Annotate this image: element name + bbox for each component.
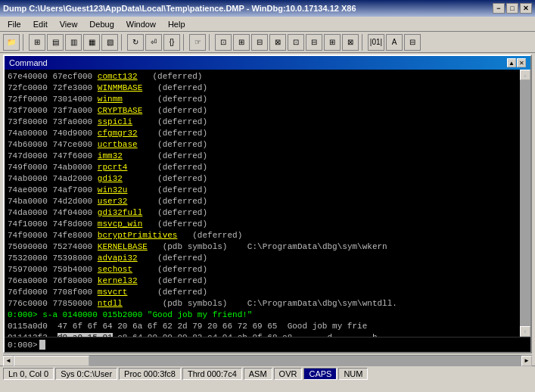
toolbar-sep-1 [23, 34, 26, 51]
title-text: Dump C:\Users\Guest123\AppData\Local\Tem… [3, 4, 356, 13]
hscroll-right-button[interactable]: ► [521, 356, 532, 366]
output-line: 74da0000 74f04000 gdi32full (deferred) [8, 207, 527, 219]
output-line: 73f80000 73fa0000 sspicli (deferred) [8, 117, 527, 128]
close-button[interactable]: ✕ [520, 3, 532, 14]
horizontal-scrollbar[interactable]: ◄ ► [3, 355, 532, 366]
output-line-addr1: 0115a0d0 47 6f 6f 64 20 6a 6f 62 2d 79 2… [8, 321, 527, 332]
toolbar-open[interactable]: 📁 [3, 34, 20, 51]
toolbar-btn-4[interactable]: ▦ [83, 34, 100, 51]
command-window: Command ▲ ✕ 67e40000 67ecf000 comct132 (… [3, 54, 532, 353]
output-line: 73f70000 73f7a000 CRYPTBASE (deferred) [8, 105, 527, 117]
hscroll-track[interactable] [14, 356, 521, 366]
vertical-scrollbar[interactable]: ▲ ▼ [520, 70, 530, 337]
status-ovr: OVR [274, 368, 303, 380]
toolbar-sep-5 [362, 34, 365, 51]
hscroll-thumb[interactable] [14, 356, 89, 366]
status-thrd: Thrd 000:7c4 [182, 368, 242, 380]
status-asm: ASM [244, 368, 272, 380]
status-proc: Proc 000:3fc8 [119, 368, 181, 380]
output-line: 74f10000 74f8d000 msvcp_win (deferred) [8, 219, 527, 230]
toolbar-btn-19[interactable]: ⊟ [404, 34, 421, 51]
toolbar-btn-14[interactable]: ⊡ [288, 34, 304, 51]
output-line: 75090000 75274000 KERNELBASE (pdb symbol… [8, 241, 527, 253]
command-title-icons: ▲ ✕ [507, 58, 526, 67]
scroll-track[interactable] [520, 80, 530, 326]
minimize-button[interactable]: − [493, 3, 505, 14]
status-ln: Ln 0, Col 0 [3, 368, 54, 380]
toolbar-btn-10[interactable]: ⊡ [215, 34, 232, 51]
status-sys: Sys 0:C:\User [55, 368, 117, 380]
toolbar-btn-13[interactable]: ⊠ [269, 34, 286, 51]
command-title-label: Command [9, 58, 48, 67]
output-area[interactable]: 67e40000 67ecf000 comct132 (deferred) 72… [5, 70, 530, 337]
output-line: 67e40000 67ecf000 comct132 (deferred) [8, 71, 527, 82]
toolbar-btn-11[interactable]: ⊞ [233, 34, 250, 51]
status-bar: Ln 0, Col 0 Sys 0:C:\User Proc 000:3fc8 … [0, 366, 535, 381]
output-line-cmd1: 0:000> s-a 0140000 015b2000 "Good job my… [8, 310, 527, 321]
scroll-down-button[interactable]: ▼ [520, 326, 530, 337]
output-line: 76fd0000 7708f000 msvcrt (deferred) [8, 287, 527, 298]
command-close-icon[interactable]: ✕ [517, 58, 526, 67]
toolbar: 📁 ⊞ ▤ ▥ ▦ ▧ ↻ ⏎ {} ☞ ⊡ ⊞ ⊟ ⊠ ⊡ ⊟ ⊞ ⊠ |01… [0, 32, 535, 53]
title-bar: Dump C:\Users\Guest123\AppData\Local\Tem… [0, 0, 535, 17]
output-lines: 67e40000 67ecf000 comct132 (deferred) 72… [8, 71, 527, 337]
command-maximize-icon[interactable]: ▲ [507, 58, 516, 67]
toolbar-sep-2 [121, 34, 124, 51]
toolbar-btn-17[interactable]: ⊠ [342, 34, 359, 51]
input-row: 0:000> [5, 337, 530, 352]
output-line: 74ab0000 74ad2000 gdi32 (deferred) [8, 173, 527, 185]
output-line: 72fc0000 72fe3000 WINMMBASE (deferred) [8, 82, 527, 94]
output-line: 76ea0000 76f80000 kernel32 (deferred) [8, 275, 527, 287]
toolbar-btn-16[interactable]: ⊞ [324, 34, 341, 51]
status-caps: CAPS [303, 368, 337, 380]
scroll-up-button[interactable]: ▲ [520, 70, 530, 80]
output-line-addr2: 011412f3 d0 a0 15 01 e8 64 00 00-00 83 c… [8, 332, 527, 337]
toolbar-btn-15[interactable]: ⊟ [306, 34, 322, 51]
output-line: 74ba0000 74d2d000 user32 (deferred) [8, 196, 527, 207]
toolbar-btn-12[interactable]: ⊟ [251, 34, 268, 51]
menu-bar: File Edit View Debug Window Help [0, 17, 535, 32]
toolbar-btn-8[interactable]: {} [163, 34, 180, 51]
menu-help[interactable]: Help [163, 18, 190, 30]
output-line: 749f0000 74ab0000 rpcrt4 (deferred) [8, 162, 527, 173]
output-line: 74f90000 74fe8000 bcryptPrimitives (defe… [8, 230, 527, 241]
toolbar-btn-1[interactable]: ⊞ [29, 34, 45, 51]
menu-view[interactable]: View [55, 18, 82, 30]
output-line: 74ae0000 74af7000 win32u (deferred) [8, 185, 527, 196]
toolbar-btn-7[interactable]: ⏎ [145, 34, 162, 51]
toolbar-sep-3 [183, 34, 186, 51]
menu-window[interactable]: Window [122, 18, 160, 30]
cursor [39, 340, 45, 350]
command-title-row: Command ▲ ✕ [5, 56, 530, 70]
input-prompt: 0:000> [8, 341, 38, 350]
output-line: 75320000 75398000 advapi32 (deferred) [8, 253, 527, 264]
menu-debug[interactable]: Debug [85, 18, 118, 30]
toolbar-btn-2[interactable]: ▤ [47, 34, 64, 51]
toolbar-font[interactable]: A [386, 34, 403, 51]
output-line: 776c0000 77850000 ntdll (pdb symbols) C:… [8, 298, 527, 310]
output-line: 72ff0000 73014000 winmm (deferred) [8, 94, 527, 105]
toolbar-btn-18[interactable]: |01| [368, 34, 384, 51]
hscroll-left-button[interactable]: ◄ [3, 356, 14, 366]
output-line: 747d0000 747f6000 imm32 (deferred) [8, 151, 527, 162]
output-line: 75970000 759b4000 sechost (deferred) [8, 264, 527, 275]
toolbar-btn-5[interactable]: ▧ [101, 34, 118, 51]
status-num: NUM [338, 368, 368, 380]
title-bar-buttons: − □ ✕ [493, 3, 532, 14]
output-line: 74a00000 740d9000 cfgmgr32 (deferred) [8, 128, 527, 139]
toolbar-btn-9[interactable]: ☞ [189, 34, 206, 51]
toolbar-sep-4 [209, 34, 212, 51]
toolbar-btn-3[interactable]: ▥ [65, 34, 82, 51]
menu-file[interactable]: File [3, 18, 26, 30]
maximize-button[interactable]: □ [506, 3, 518, 14]
output-line: 74b60000 747ce000 ucrtbase (deferred) [8, 139, 527, 151]
toolbar-btn-6[interactable]: ↻ [127, 34, 144, 51]
menu-edit[interactable]: Edit [29, 18, 52, 30]
